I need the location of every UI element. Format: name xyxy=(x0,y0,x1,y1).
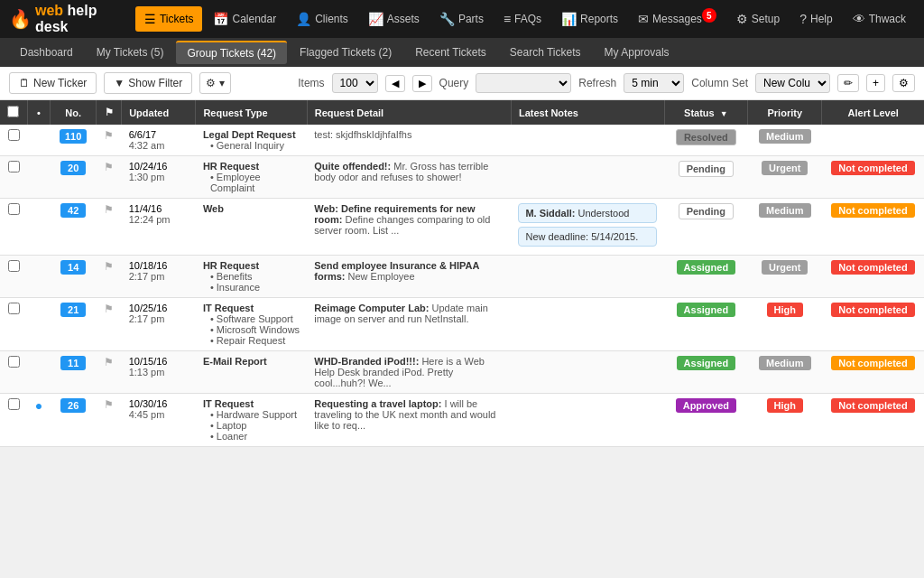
select-all-checkbox[interactable] xyxy=(7,106,19,117)
colset-label: Column Set xyxy=(691,77,748,89)
reqtype-main[interactable]: IT Request xyxy=(203,303,300,313)
ticket-number[interactable]: 14 xyxy=(60,260,86,275)
status-badge[interactable]: Pending xyxy=(679,161,734,177)
row-flag-cell: ⚑ xyxy=(97,199,122,256)
nav-item-tickets[interactable]: ☰ Tickets xyxy=(135,6,203,32)
sec-nav-search-tickets[interactable]: Search Tickets xyxy=(499,42,592,63)
nav-item-setup[interactable]: ⚙ Setup xyxy=(727,6,789,32)
reqtype-main[interactable]: HR Request xyxy=(203,161,300,172)
ticket-number[interactable]: 42 xyxy=(60,203,86,218)
add-colset-button[interactable]: + xyxy=(866,74,885,92)
next-page-button[interactable]: ▶ xyxy=(412,75,432,92)
nav-item-help[interactable]: ? Help xyxy=(790,6,841,32)
row-flag-cell: ⚑ xyxy=(97,298,122,351)
priority-badge: High xyxy=(767,398,803,413)
query-select[interactable] xyxy=(476,73,571,93)
th-status[interactable]: Status ▼ xyxy=(664,100,748,125)
gear-dropdown-icon: ▾ xyxy=(219,77,225,89)
status-badge[interactable]: Assigned xyxy=(677,356,736,370)
calendar-icon: 📅 xyxy=(213,12,228,26)
status-badge[interactable]: Approved xyxy=(676,398,736,413)
row-checkbox[interactable] xyxy=(8,129,20,141)
thwack-icon: 👁 xyxy=(853,12,865,26)
reqtype-main[interactable]: IT Request xyxy=(203,398,300,409)
new-ticker-label: New Ticker xyxy=(33,77,87,89)
reqtype-main[interactable]: Legal Dept Request xyxy=(203,129,300,140)
row-ticket-number-cell: 20 xyxy=(50,156,96,199)
row-checkbox[interactable] xyxy=(8,398,20,410)
row-alertlevel-cell: Not completed xyxy=(822,394,924,447)
nav-item-faqs[interactable]: ≡ FAQs xyxy=(494,6,550,32)
row-ticket-number-cell: 14 xyxy=(50,256,96,298)
reqdetail-title: Requesting a travel laptop: xyxy=(314,398,441,409)
sec-nav-recent-tickets[interactable]: Recent Tickets xyxy=(404,42,497,63)
nav-item-thwack[interactable]: 👁 Thwack xyxy=(844,6,915,32)
new-ticker-button[interactable]: 🗒 New Ticker xyxy=(9,72,97,94)
prev-page-button[interactable]: ◀ xyxy=(385,75,405,92)
flag-icon[interactable]: ⚑ xyxy=(104,161,114,173)
gear-button[interactable]: ⚙ ▾ xyxy=(199,72,231,94)
status-badge[interactable]: Assigned xyxy=(677,303,736,317)
row-reqtype-cell: Web xyxy=(196,199,307,256)
row-ticket-number-cell: 21 xyxy=(50,298,96,351)
table-row: 110⚑6/6/174:32 amLegal Dept Request• Gen… xyxy=(0,125,924,156)
nav-item-assets[interactable]: 📈 Assets xyxy=(359,6,429,32)
row-status-cell: Assigned xyxy=(664,256,748,298)
row-updated-cell: 6/6/174:32 am xyxy=(122,125,196,156)
refresh-select[interactable]: 5 min 1 min 10 min xyxy=(624,73,684,93)
row-checkbox[interactable] xyxy=(8,260,20,272)
row-checkbox[interactable] xyxy=(8,356,20,368)
row-checkbox[interactable] xyxy=(8,161,20,172)
nav-item-reports[interactable]: 📊 Reports xyxy=(552,6,627,32)
reqdetail-body: New Employee xyxy=(348,271,415,282)
updated-date: 10/25/16 xyxy=(129,303,189,313)
more-colset-button[interactable]: ⚙ xyxy=(892,74,915,92)
row-reqdetail-cell: Send employee Insurance & HIPAA forms: N… xyxy=(307,256,511,298)
sec-nav-dashboard[interactable]: Dashboard xyxy=(9,42,84,63)
sec-nav-flagged-tickets[interactable]: Flagged Tickets (2) xyxy=(289,42,402,63)
flag-icon[interactable]: ⚑ xyxy=(104,129,114,142)
nav-item-parts[interactable]: 🔧 Parts xyxy=(430,6,493,32)
reqtype-main[interactable]: Web xyxy=(203,203,300,214)
ticket-number[interactable]: 110 xyxy=(60,129,87,144)
nav-item-messages[interactable]: ✉ Messages 5 xyxy=(629,6,725,32)
row-checkbox[interactable] xyxy=(8,203,20,215)
ticket-number[interactable]: 21 xyxy=(60,303,86,317)
sec-nav-my-approvals[interactable]: My Approvals xyxy=(594,42,680,63)
nav-item-calendar[interactable]: 📅 Calendar xyxy=(204,6,285,32)
edit-colset-button[interactable]: ✏ xyxy=(837,74,859,92)
nav-item-clients[interactable]: 👤 Clients xyxy=(287,6,357,32)
flag-icon[interactable]: ⚑ xyxy=(104,260,114,273)
flag-icon[interactable]: ⚑ xyxy=(104,398,114,411)
row-ticket-number-cell: 42 xyxy=(50,199,96,256)
row-checkbox[interactable] xyxy=(8,303,20,314)
row-dot-cell xyxy=(27,298,50,351)
sec-nav-group-tickets[interactable]: Group Tickets (42) xyxy=(176,41,287,64)
status-badge[interactable]: Resolved xyxy=(676,129,736,145)
reqtype-main[interactable]: E-Mail Report xyxy=(203,356,300,367)
colset-select[interactable]: New Colu xyxy=(755,73,830,93)
table-row: 42⚑11/4/1612:24 pmWebWeb: Define require… xyxy=(0,199,924,256)
nav-label-setup: Setup xyxy=(752,13,780,25)
ticket-number[interactable]: 20 xyxy=(60,161,86,175)
show-filter-button[interactable]: ▼ Show Filter xyxy=(104,72,192,94)
row-alertlevel-cell xyxy=(822,125,924,156)
reqtype-sub: • Hardware Support xyxy=(203,409,300,420)
priority-badge: Medium xyxy=(759,129,811,144)
status-badge[interactable]: Pending xyxy=(679,203,734,219)
items-select[interactable]: 100 50 25 xyxy=(332,73,378,93)
sec-nav-my-tickets[interactable]: My Tickets (5) xyxy=(86,42,175,63)
top-nav: ☰ Tickets 📅 Calendar 👤 Clients 📈 Assets … xyxy=(135,6,915,32)
row-updated-cell: 10/25/162:17 pm xyxy=(122,298,196,351)
reqtype-main[interactable]: HR Request xyxy=(203,260,300,271)
ticket-number[interactable]: 11 xyxy=(60,356,86,370)
status-badge[interactable]: Assigned xyxy=(677,260,736,275)
flag-icon[interactable]: ⚑ xyxy=(104,303,114,315)
ticket-number[interactable]: 26 xyxy=(60,398,86,413)
flag-icon[interactable]: ⚑ xyxy=(104,203,114,216)
flag-icon[interactable]: ⚑ xyxy=(104,356,114,368)
updated-date: 11/4/16 xyxy=(129,203,189,214)
updated-date: 10/15/16 xyxy=(129,356,189,367)
query-label: Query xyxy=(439,77,469,89)
row-updated-cell: 10/30/164:45 pm xyxy=(122,394,196,447)
